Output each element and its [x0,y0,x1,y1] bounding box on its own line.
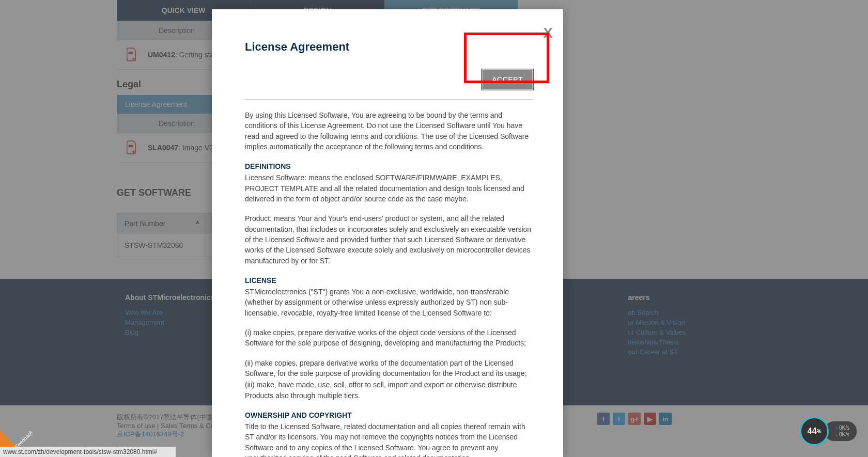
license-heading: LICENSE [245,275,533,286]
net-pct-value: 44 [808,427,817,436]
ownership-text: Title to the Licensed Software, related … [245,421,533,457]
license-grant: STMicroelectronics ("ST") grants You a n… [245,287,533,318]
browser-status-bar: www.st.com/zh/development-tools/stsw-stm… [0,447,176,457]
network-stats: 0K/s 0K/s [825,421,857,441]
license-clause-i: (i) make copies, prepare derivative work… [245,327,533,349]
license-modal: X License Agreement ACCEPT By using this… [212,9,563,457]
definition-product: Product: means Your and Your's end-users… [245,213,533,265]
net-upload: 0K/s [835,424,849,431]
modal-body: By using this Licensed Software, You are… [245,110,533,457]
network-widget[interactable]: 44% 0K/s 0K/s [800,417,857,446]
license-clause-iii: (iii) make, have made, use, sell, offer … [245,380,533,401]
network-percent-circle: 44% [800,417,829,446]
net-download: 0K/s [835,431,849,438]
net-pct-suffix: % [817,429,822,434]
modal-close-button[interactable]: X [543,25,553,41]
modal-title: License Agreement [245,40,547,54]
definitions-heading: DEFINITIONS [245,161,533,171]
ownership-heading: OWNERSHIP AND COPYRIGHT [245,410,533,420]
license-clause-ii: (ii) make copies, prepare derivative wor… [245,358,533,379]
accept-area: ACCEPT [245,69,533,100]
license-intro: By using this Licensed Software, You are… [245,110,533,152]
definition-licensed-software: Licensed Software: means the enclosed SO… [245,172,533,204]
accept-button[interactable]: ACCEPT [482,69,533,90]
